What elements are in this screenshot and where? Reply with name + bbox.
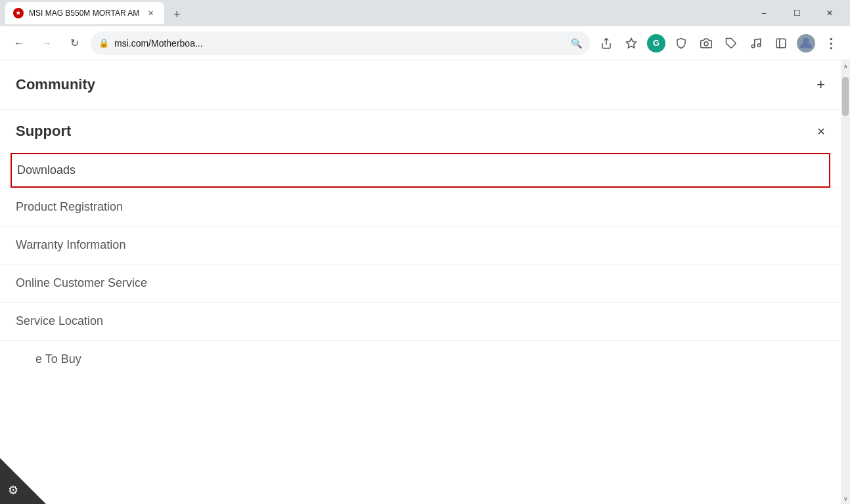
- toolbar-icons: G: [595, 32, 842, 54]
- navigation-bar: ← → ↻ 🔒 msi.com/Motherboa... 🔍 G: [0, 26, 850, 60]
- forward-button[interactable]: →: [35, 32, 58, 54]
- support-header: Support ×: [0, 110, 841, 153]
- lock-icon: 🔒: [99, 38, 109, 48]
- community-header[interactable]: Community +: [0, 60, 841, 110]
- downloads-label: Downloads: [17, 163, 76, 177]
- svg-marker-2: [627, 38, 637, 47]
- sidebar-button[interactable]: [770, 32, 792, 54]
- share-button[interactable]: [595, 32, 617, 54]
- active-tab[interactable]: MSI MAG B550M MORTAR AM ✕: [5, 2, 164, 24]
- product-registration-label: Product Registration: [16, 200, 123, 213]
- profile-button[interactable]: [795, 32, 817, 54]
- scrollbar-thumb[interactable]: [842, 77, 849, 116]
- downloads-item[interactable]: Downloads: [11, 153, 830, 188]
- community-toggle[interactable]: +: [816, 76, 825, 93]
- bookmark-button[interactable]: [620, 32, 642, 54]
- grammarly-icon: G: [647, 34, 665, 52]
- support-section: Support × Downloads Product Registration…: [0, 110, 841, 378]
- address-text: msi.com/Motherboa...: [114, 38, 566, 49]
- close-window-button[interactable]: ✕: [815, 3, 845, 24]
- svg-point-5: [751, 45, 755, 48]
- community-section: Community +: [0, 60, 841, 110]
- service-location-label: Service Location: [16, 314, 103, 327]
- svg-point-3: [704, 41, 708, 45]
- tab-favicon: [13, 8, 24, 18]
- scrollbar-down-button[interactable]: ∨: [841, 493, 850, 504]
- warranty-information-label: Warranty Information: [16, 238, 125, 251]
- tab-title: MSI MAG B550M MORTAR AM: [29, 9, 139, 18]
- where-to-buy-item[interactable]: e To Buy: [0, 340, 841, 378]
- gear-icon: ⚙: [8, 483, 18, 497]
- tab-close-button[interactable]: ✕: [145, 7, 156, 19]
- warranty-information-item[interactable]: Warranty Information: [0, 226, 841, 264]
- svg-point-6: [757, 43, 761, 47]
- title-bar: MSI MAG B550M MORTAR AM ✕ + – ☐ ✕: [0, 0, 850, 26]
- main-area: Community + Support × Downloads Product …: [0, 60, 841, 504]
- media-button[interactable]: [745, 32, 767, 54]
- more-button[interactable]: ⋮: [820, 32, 842, 54]
- support-close-button[interactable]: ×: [817, 124, 825, 139]
- avatar: [797, 34, 815, 52]
- page-content: Community + Support × Downloads Product …: [0, 60, 850, 504]
- scrollbar[interactable]: ∧ ∨: [841, 60, 850, 504]
- service-location-item[interactable]: Service Location: [0, 302, 841, 340]
- svg-rect-7: [776, 39, 786, 48]
- online-customer-service-label: Online Customer Service: [16, 276, 147, 289]
- minimize-button[interactable]: –: [749, 3, 779, 24]
- maximize-button[interactable]: ☐: [782, 3, 812, 24]
- where-to-buy-label: e To Buy: [35, 352, 81, 366]
- window-controls: – ☐ ✕: [749, 3, 845, 24]
- tab-bar: MSI MAG B550M MORTAR AM ✕ +: [5, 2, 749, 24]
- reload-button[interactable]: ↻: [63, 32, 85, 54]
- back-button[interactable]: ←: [8, 32, 30, 54]
- grammarly-button[interactable]: G: [645, 32, 667, 54]
- new-tab-button[interactable]: +: [167, 5, 187, 24]
- scrollbar-up-button[interactable]: ∧: [841, 60, 850, 72]
- camera-button[interactable]: [695, 32, 717, 54]
- extensions-button[interactable]: [720, 32, 742, 54]
- online-customer-service-item[interactable]: Online Customer Service: [0, 264, 841, 302]
- community-title: Community: [16, 76, 95, 93]
- support-title: Support: [16, 123, 71, 140]
- address-search-icon: 🔍: [571, 38, 582, 49]
- product-registration-item[interactable]: Product Registration: [0, 188, 841, 226]
- shield-button[interactable]: [670, 32, 692, 54]
- address-bar[interactable]: 🔒 msi.com/Motherboa... 🔍: [91, 32, 590, 55]
